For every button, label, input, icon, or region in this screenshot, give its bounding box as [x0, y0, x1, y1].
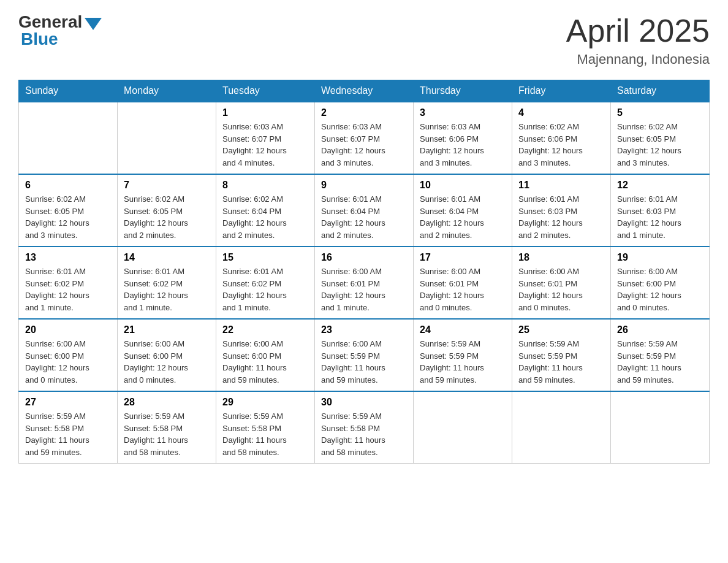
calendar-cell: 10Sunrise: 6:01 AMSunset: 6:04 PMDayligh… [414, 174, 512, 247]
day-info: Sunrise: 6:02 AMSunset: 6:05 PMDaylight:… [25, 193, 111, 241]
day-number: 4 [518, 107, 604, 118]
calendar-header-cell: Friday [512, 80, 611, 102]
calendar-cell: 14Sunrise: 6:01 AMSunset: 6:02 PMDayligh… [118, 247, 216, 319]
calendar-cell [118, 102, 216, 174]
calendar-week-row: 6Sunrise: 6:02 AMSunset: 6:05 PMDaylight… [19, 174, 710, 247]
day-number: 26 [617, 324, 703, 335]
location-text: Majennang, Indonesia [566, 52, 710, 67]
day-number: 12 [617, 180, 703, 191]
calendar-cell: 19Sunrise: 6:00 AMSunset: 6:00 PMDayligh… [611, 247, 710, 319]
calendar-cell: 2Sunrise: 6:03 AMSunset: 6:07 PMDaylight… [315, 102, 414, 174]
day-number: 13 [25, 252, 111, 263]
day-info: Sunrise: 5:59 AMSunset: 5:59 PMDaylight:… [617, 338, 703, 386]
day-info: Sunrise: 6:02 AMSunset: 6:06 PMDaylight:… [518, 121, 604, 169]
calendar-cell: 26Sunrise: 5:59 AMSunset: 5:59 PMDayligh… [611, 319, 710, 391]
day-info: Sunrise: 6:00 AMSunset: 6:00 PMDaylight:… [124, 338, 210, 386]
day-info: Sunrise: 6:00 AMSunset: 6:00 PMDaylight:… [617, 266, 703, 313]
calendar-week-row: 20Sunrise: 6:00 AMSunset: 6:00 PMDayligh… [19, 319, 710, 391]
calendar-cell: 15Sunrise: 6:01 AMSunset: 6:02 PMDayligh… [216, 247, 315, 319]
day-number: 21 [124, 324, 210, 335]
calendar-cell: 27Sunrise: 5:59 AMSunset: 5:58 PMDayligh… [19, 391, 118, 464]
day-info: Sunrise: 6:01 AMSunset: 6:02 PMDaylight:… [124, 266, 210, 313]
day-number: 25 [518, 324, 604, 335]
calendar-header-cell: Monday [118, 80, 216, 102]
logo: General Blue [18, 12, 102, 49]
day-number: 15 [222, 252, 308, 263]
calendar-week-row: 13Sunrise: 6:01 AMSunset: 6:02 PMDayligh… [19, 247, 710, 319]
day-info: Sunrise: 6:01 AMSunset: 6:04 PMDaylight:… [321, 193, 407, 241]
day-number: 9 [321, 180, 407, 191]
day-info: Sunrise: 6:02 AMSunset: 6:05 PMDaylight:… [124, 193, 210, 241]
calendar-header-cell: Wednesday [315, 80, 414, 102]
day-number: 29 [222, 397, 308, 408]
calendar-cell: 22Sunrise: 6:00 AMSunset: 6:00 PMDayligh… [216, 319, 315, 391]
calendar-table: SundayMondayTuesdayWednesdayThursdayFrid… [18, 80, 710, 464]
calendar-cell: 21Sunrise: 6:00 AMSunset: 6:00 PMDayligh… [118, 319, 216, 391]
calendar-cell: 20Sunrise: 6:00 AMSunset: 6:00 PMDayligh… [19, 319, 118, 391]
day-info: Sunrise: 6:00 AMSunset: 6:00 PMDaylight:… [222, 338, 308, 386]
calendar-cell: 6Sunrise: 6:02 AMSunset: 6:05 PMDaylight… [19, 174, 118, 247]
day-number: 23 [321, 324, 407, 335]
calendar-cell [611, 391, 710, 464]
calendar-cell: 24Sunrise: 5:59 AMSunset: 5:59 PMDayligh… [414, 319, 512, 391]
title-area: April 2025 Majennang, Indonesia [566, 12, 710, 67]
calendar-cell: 18Sunrise: 6:00 AMSunset: 6:01 PMDayligh… [512, 247, 611, 319]
day-number: 14 [124, 252, 210, 263]
day-info: Sunrise: 6:01 AMSunset: 6:04 PMDaylight:… [420, 193, 506, 241]
calendar-cell: 17Sunrise: 6:00 AMSunset: 6:01 PMDayligh… [414, 247, 512, 319]
day-info: Sunrise: 6:00 AMSunset: 6:00 PMDaylight:… [25, 338, 111, 386]
calendar-cell [414, 391, 512, 464]
day-number: 18 [518, 252, 604, 263]
month-title: April 2025 [566, 12, 710, 49]
day-info: Sunrise: 6:00 AMSunset: 6:01 PMDaylight:… [321, 266, 407, 313]
day-number: 11 [518, 180, 604, 191]
day-info: Sunrise: 6:00 AMSunset: 5:59 PMDaylight:… [321, 338, 407, 386]
calendar-cell: 11Sunrise: 6:01 AMSunset: 6:03 PMDayligh… [512, 174, 611, 247]
calendar-cell: 13Sunrise: 6:01 AMSunset: 6:02 PMDayligh… [19, 247, 118, 319]
calendar-header-cell: Thursday [414, 80, 512, 102]
day-number: 30 [321, 397, 407, 408]
day-number: 24 [420, 324, 506, 335]
day-number: 7 [124, 180, 210, 191]
logo-blue-text: Blue [21, 29, 58, 49]
calendar-cell: 29Sunrise: 5:59 AMSunset: 5:58 PMDayligh… [216, 391, 315, 464]
day-number: 5 [617, 107, 703, 118]
day-info: Sunrise: 6:01 AMSunset: 6:03 PMDaylight:… [518, 193, 604, 241]
day-info: Sunrise: 5:59 AMSunset: 5:59 PMDaylight:… [420, 338, 506, 386]
calendar-week-row: 27Sunrise: 5:59 AMSunset: 5:58 PMDayligh… [19, 391, 710, 464]
calendar-cell: 7Sunrise: 6:02 AMSunset: 6:05 PMDaylight… [118, 174, 216, 247]
day-number: 16 [321, 252, 407, 263]
calendar-header-cell: Saturday [611, 80, 710, 102]
calendar-cell [512, 391, 611, 464]
day-info: Sunrise: 5:59 AMSunset: 5:58 PMDaylight:… [222, 410, 308, 458]
calendar-header: SundayMondayTuesdayWednesdayThursdayFrid… [19, 80, 710, 102]
calendar-cell: 4Sunrise: 6:02 AMSunset: 6:06 PMDaylight… [512, 102, 611, 174]
calendar-cell: 30Sunrise: 5:59 AMSunset: 5:58 PMDayligh… [315, 391, 414, 464]
calendar-cell [19, 102, 118, 174]
day-number: 2 [321, 107, 407, 118]
calendar-cell: 1Sunrise: 6:03 AMSunset: 6:07 PMDaylight… [216, 102, 315, 174]
page-header: General Blue April 2025 Majennang, Indon… [18, 12, 710, 67]
calendar-cell: 5Sunrise: 6:02 AMSunset: 6:05 PMDaylight… [611, 102, 710, 174]
day-info: Sunrise: 6:01 AMSunset: 6:02 PMDaylight:… [222, 266, 308, 313]
calendar-header-row: SundayMondayTuesdayWednesdayThursdayFrid… [19, 80, 710, 102]
calendar-cell: 3Sunrise: 6:03 AMSunset: 6:06 PMDaylight… [414, 102, 512, 174]
calendar-cell: 28Sunrise: 5:59 AMSunset: 5:58 PMDayligh… [118, 391, 216, 464]
day-info: Sunrise: 6:03 AMSunset: 6:07 PMDaylight:… [222, 121, 308, 169]
day-info: Sunrise: 6:01 AMSunset: 6:03 PMDaylight:… [617, 193, 703, 241]
day-info: Sunrise: 5:59 AMSunset: 5:58 PMDaylight:… [124, 410, 210, 458]
day-info: Sunrise: 5:59 AMSunset: 5:59 PMDaylight:… [518, 338, 604, 386]
day-info: Sunrise: 6:00 AMSunset: 6:01 PMDaylight:… [420, 266, 506, 313]
calendar-week-row: 1Sunrise: 6:03 AMSunset: 6:07 PMDaylight… [19, 102, 710, 174]
day-info: Sunrise: 6:00 AMSunset: 6:01 PMDaylight:… [518, 266, 604, 313]
day-number: 19 [617, 252, 703, 263]
calendar-cell: 9Sunrise: 6:01 AMSunset: 6:04 PMDaylight… [315, 174, 414, 247]
day-info: Sunrise: 5:59 AMSunset: 5:58 PMDaylight:… [321, 410, 407, 458]
day-number: 22 [222, 324, 308, 335]
day-number: 27 [25, 397, 111, 408]
calendar-cell: 12Sunrise: 6:01 AMSunset: 6:03 PMDayligh… [611, 174, 710, 247]
calendar-cell: 16Sunrise: 6:00 AMSunset: 6:01 PMDayligh… [315, 247, 414, 319]
calendar-cell: 23Sunrise: 6:00 AMSunset: 5:59 PMDayligh… [315, 319, 414, 391]
day-info: Sunrise: 6:03 AMSunset: 6:07 PMDaylight:… [321, 121, 407, 169]
day-number: 17 [420, 252, 506, 263]
